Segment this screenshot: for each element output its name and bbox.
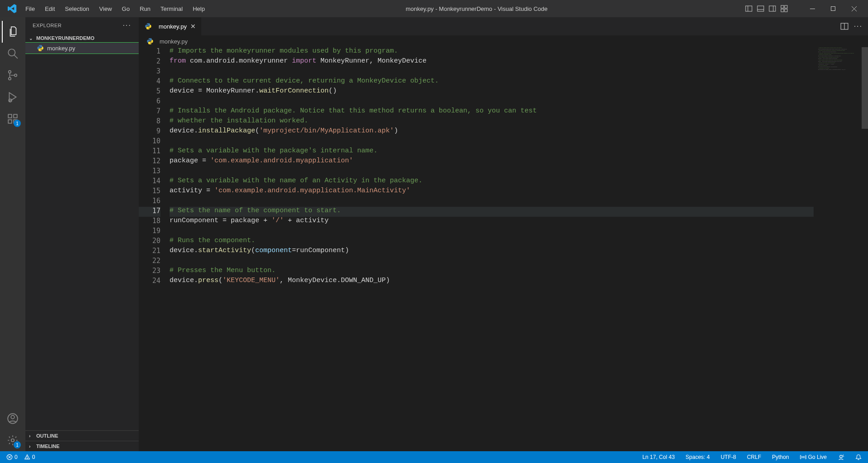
line-numbers: 123456789101112131415161718192021222324 bbox=[139, 47, 170, 451]
svg-rect-7 bbox=[785, 5, 787, 8]
menu-file[interactable]: File bbox=[21, 3, 39, 15]
svg-point-22 bbox=[11, 415, 15, 419]
menu-terminal[interactable]: Terminal bbox=[156, 3, 187, 15]
svg-point-29 bbox=[802, 456, 804, 458]
python-file-icon bbox=[146, 37, 154, 45]
menu-edit[interactable]: Edit bbox=[40, 3, 59, 15]
tab-close-icon[interactable]: ✕ bbox=[190, 23, 196, 30]
search-icon[interactable] bbox=[2, 43, 24, 64]
svg-point-14 bbox=[9, 78, 11, 80]
svg-point-28 bbox=[27, 458, 27, 459]
editor-group: monkey.py ✕ ··· monkey.py 12345678910111… bbox=[139, 17, 868, 451]
project-name: MONKEYRUNNERDEMO bbox=[36, 35, 94, 41]
tab-monkey[interactable]: monkey.py ✕ bbox=[139, 17, 202, 35]
file-item-monkey[interactable]: monkey.py bbox=[25, 43, 139, 54]
toggle-panel-icon[interactable] bbox=[756, 4, 766, 14]
minimap[interactable]: # Imports the monkeyrunner modules used … bbox=[818, 47, 862, 451]
extensions-badge: 1 bbox=[14, 120, 21, 127]
file-name: monkey.py bbox=[47, 45, 75, 52]
toggle-primary-sidebar-icon[interactable] bbox=[744, 4, 754, 14]
titlebar: File Edit Selection View Go Run Terminal… bbox=[0, 0, 868, 17]
svg-rect-17 bbox=[8, 114, 12, 118]
python-file-icon bbox=[144, 22, 152, 30]
status-golive[interactable]: Go Live bbox=[798, 454, 829, 460]
layout-controls bbox=[744, 4, 789, 14]
split-editor-icon[interactable] bbox=[840, 22, 849, 30]
svg-point-11 bbox=[8, 49, 15, 56]
window-title: monkey.py - MonkeyrunnerDemo - Visual St… bbox=[209, 5, 744, 12]
svg-point-13 bbox=[9, 71, 11, 73]
code-content[interactable]: # Imports the monkeyrunner modules used … bbox=[170, 47, 868, 451]
manage-badge: 1 bbox=[14, 441, 21, 448]
svg-rect-9 bbox=[785, 9, 787, 12]
menu-run[interactable]: Run bbox=[135, 3, 155, 15]
statusbar: 0 0 Ln 17, Col 43 Spaces: 4 UTF-8 CRLF P… bbox=[0, 451, 868, 463]
explorer-icon[interactable] bbox=[2, 21, 24, 43]
error-count: 0 bbox=[15, 454, 18, 460]
svg-rect-20 bbox=[14, 114, 17, 118]
customize-layout-icon[interactable] bbox=[779, 4, 789, 14]
menu-go[interactable]: Go bbox=[117, 3, 134, 15]
outline-label: OUTLINE bbox=[36, 433, 58, 439]
source-control-icon[interactable] bbox=[2, 64, 24, 86]
folder-header[interactable]: ⌄ MONKEYRUNNERDEMO bbox=[25, 34, 139, 43]
extensions-icon[interactable]: 1 bbox=[2, 108, 24, 130]
golive-label: Go Live bbox=[808, 454, 827, 460]
accounts-icon[interactable] bbox=[2, 408, 24, 429]
svg-rect-10 bbox=[831, 6, 835, 10]
maximize-window-icon[interactable] bbox=[823, 2, 844, 15]
menu-view[interactable]: View bbox=[95, 3, 116, 15]
svg-point-15 bbox=[15, 74, 17, 76]
timeline-section[interactable]: › TIMELINE bbox=[25, 441, 139, 451]
chevron-right-icon: › bbox=[29, 434, 34, 439]
menu-bar: File Edit Selection View Go Run Terminal… bbox=[21, 3, 209, 15]
scrollbar-thumb[interactable] bbox=[862, 47, 868, 129]
status-eol[interactable]: CRLF bbox=[745, 454, 763, 460]
vscode-logo-icon bbox=[7, 4, 17, 14]
svg-rect-0 bbox=[746, 6, 752, 11]
svg-rect-4 bbox=[769, 6, 776, 11]
chevron-down-icon: ⌄ bbox=[29, 36, 34, 41]
sidebar: EXPLORER ··· ⌄ MONKEYRUNNERDEMO monkey.p… bbox=[25, 17, 139, 451]
close-window-icon[interactable] bbox=[844, 2, 864, 15]
status-errors[interactable]: 0 bbox=[5, 454, 19, 460]
editor[interactable]: 123456789101112131415161718192021222324 … bbox=[139, 47, 868, 451]
python-file-icon bbox=[36, 44, 44, 52]
manage-icon[interactable]: 1 bbox=[2, 429, 24, 451]
chevron-right-icon: › bbox=[29, 444, 34, 449]
sidebar-title: EXPLORER bbox=[33, 23, 62, 28]
timeline-label: TIMELINE bbox=[36, 444, 59, 449]
status-encoding[interactable]: UTF-8 bbox=[719, 454, 738, 460]
status-position[interactable]: Ln 17, Col 43 bbox=[640, 454, 676, 460]
svg-point-30 bbox=[840, 455, 843, 458]
breadcrumb-file: monkey.py bbox=[160, 38, 188, 45]
editor-more-icon[interactable]: ··· bbox=[854, 22, 863, 30]
outline-section[interactable]: › OUTLINE bbox=[25, 430, 139, 441]
minimize-window-icon[interactable] bbox=[802, 2, 823, 15]
svg-line-12 bbox=[14, 55, 18, 58]
sidebar-more-icon[interactable]: ··· bbox=[123, 21, 131, 29]
toggle-secondary-sidebar-icon[interactable] bbox=[767, 4, 777, 14]
status-bell-icon[interactable] bbox=[853, 454, 863, 460]
run-debug-icon[interactable] bbox=[2, 86, 24, 108]
status-feedback-icon[interactable] bbox=[836, 454, 846, 461]
status-spaces[interactable]: Spaces: 4 bbox=[684, 454, 712, 460]
menu-selection[interactable]: Selection bbox=[60, 3, 93, 15]
svg-rect-18 bbox=[8, 120, 12, 123]
svg-rect-8 bbox=[781, 9, 784, 12]
svg-rect-6 bbox=[781, 5, 784, 8]
menu-help[interactable]: Help bbox=[188, 3, 209, 15]
breadcrumb[interactable]: monkey.py bbox=[139, 35, 868, 47]
tabs-bar: monkey.py ✕ ··· bbox=[139, 17, 868, 35]
svg-point-23 bbox=[11, 439, 15, 442]
tab-label: monkey.py bbox=[159, 23, 187, 30]
status-warnings[interactable]: 0 bbox=[22, 454, 37, 460]
status-language[interactable]: Python bbox=[770, 454, 790, 460]
warning-count: 0 bbox=[32, 454, 35, 460]
svg-rect-2 bbox=[757, 6, 764, 11]
scrollbar[interactable] bbox=[862, 47, 868, 451]
activity-bar: 1 1 bbox=[0, 17, 25, 451]
